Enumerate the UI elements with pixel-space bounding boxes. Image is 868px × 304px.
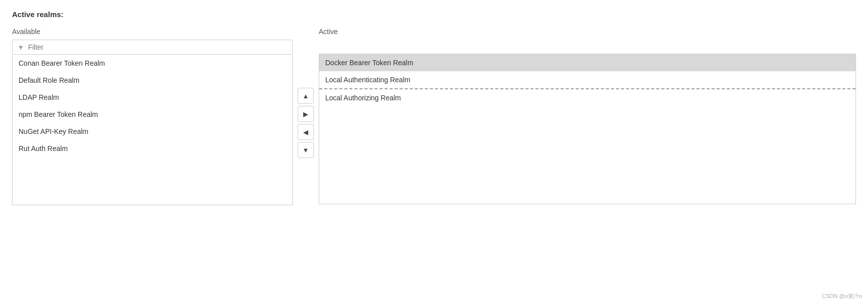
available-list-item[interactable]: LDAP Realm — [13, 89, 292, 106]
available-list-item[interactable]: NuGet API-Key Realm — [13, 123, 292, 140]
section-title: Active realms: — [12, 10, 856, 19]
remove-button[interactable]: ◀ — [298, 124, 314, 140]
filter-input[interactable] — [28, 43, 287, 51]
move-down-button[interactable]: ▼ — [298, 142, 314, 158]
filter-box: ▼ — [12, 40, 293, 55]
active-list: Docker Bearer Token RealmLocal Authentic… — [319, 54, 856, 204]
filter-icon: ▼ — [18, 44, 24, 51]
active-list-item[interactable]: Local Authorizing Realm — [319, 88, 855, 106]
add-button[interactable]: ▶ — [298, 106, 314, 122]
available-column: Available ▼ Conan Bearer Token RealmDefa… — [12, 28, 293, 205]
available-list-item[interactable]: Rut Auth Realm — [13, 140, 292, 157]
active-column: Active Docker Bearer Token RealmLocal Au… — [319, 28, 856, 204]
controls-column: ▲ ▶ ◀ ▼ — [293, 88, 319, 158]
move-up-button[interactable]: ▲ — [298, 88, 314, 104]
available-list-item[interactable]: Conan Bearer Token Realm — [13, 55, 292, 72]
active-label: Active — [319, 28, 856, 36]
available-list-item[interactable]: npm Bearer Token Realm — [13, 106, 292, 123]
available-list-item[interactable]: Default Role Realm — [13, 72, 292, 89]
active-list-item[interactable]: Docker Bearer Token Realm — [319, 54, 855, 71]
available-label: Available — [12, 28, 293, 36]
active-list-item[interactable]: Local Authenticating Realm — [319, 71, 855, 88]
page-wrapper: Active realms: Available ▼ Conan Bearer … — [12, 10, 856, 205]
columns-wrapper: Available ▼ Conan Bearer Token RealmDefa… — [12, 28, 856, 205]
available-list: Conan Bearer Token RealmDefault Role Rea… — [12, 55, 293, 205]
